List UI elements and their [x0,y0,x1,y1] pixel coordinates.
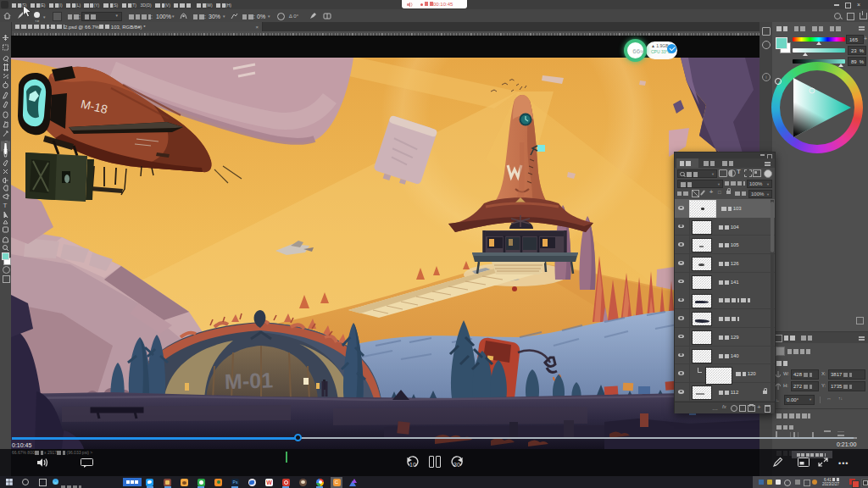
svg-text:10: 10 [409,462,416,468]
svg-text:30: 30 [453,462,460,468]
svg-text:T: T [3,202,8,209]
svg-text:M-01: M-01 [225,368,274,393]
